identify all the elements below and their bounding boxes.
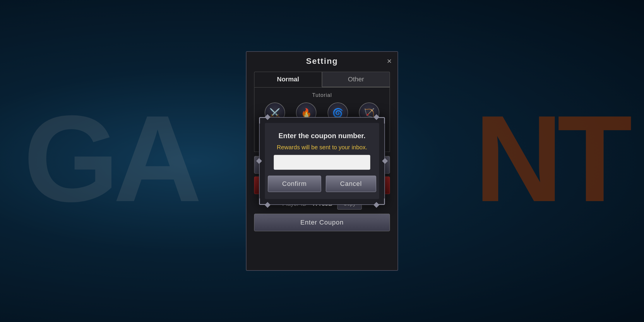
modal-overlay: Enter the coupon number. Rewards will be… [0, 0, 644, 322]
cancel-button[interactable]: Cancel [326, 176, 376, 192]
coupon-input[interactable] [274, 155, 370, 170]
modal-diamond-top-left [265, 114, 270, 120]
modal-corner-bl [259, 198, 266, 205]
modal-corner-br [378, 198, 385, 205]
modal-box: Enter the coupon number. Rewards will be… [259, 117, 385, 205]
modal-inner: Enter the coupon number. Rewards will be… [265, 123, 379, 199]
confirm-button[interactable]: Confirm [268, 176, 321, 192]
modal-title: Enter the coupon number. [278, 132, 365, 140]
modal-diamond-bottom-left [265, 202, 270, 208]
modal-corner-tl [259, 117, 266, 124]
modal-subtitle: Rewards will be sent to your inbox. [277, 144, 367, 151]
modal-corner-tr [378, 117, 385, 124]
modal-diamond-left [256, 158, 262, 164]
modal-diamond-right [382, 158, 388, 164]
modal-buttons: Confirm Cancel [268, 176, 376, 192]
